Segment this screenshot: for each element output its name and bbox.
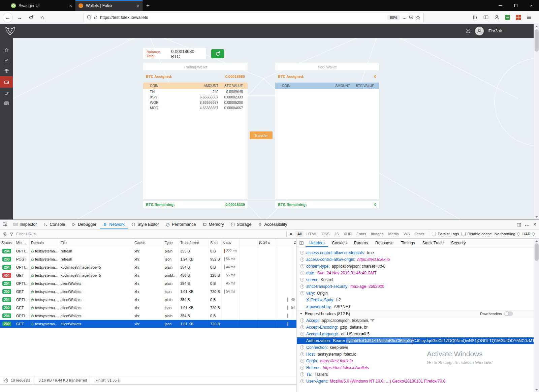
request-header-row[interactable]: ? Referer: https://test.folex.io/wallets	[297, 364, 534, 371]
window-restore-button[interactable]	[508, 0, 524, 11]
column-cause[interactable]: Cause	[133, 239, 163, 247]
response-header-row[interactable]: ? access-control-allow-credentials: true	[297, 249, 534, 256]
page-scrollbar[interactable]	[534, 24, 539, 219]
collapse-triangle-icon[interactable]	[300, 313, 303, 314]
type-filter-button[interactable]: Fonts	[354, 231, 368, 237]
refresh-balance-button[interactable]	[211, 49, 224, 58]
request-header-row[interactable]: ? Connection: keep-alive	[297, 344, 534, 351]
details-tab[interactable]: Cookies	[328, 239, 350, 247]
network-request-row[interactable]: 200 POST testsystema… refresh xhr json 1…	[0, 255, 296, 263]
disable-cache-checkbox[interactable]	[462, 232, 466, 236]
help-icon[interactable]: ?	[300, 271, 304, 275]
help-icon[interactable]: ?	[300, 366, 304, 370]
pocket-icon[interactable]	[409, 15, 413, 20]
response-header-row[interactable]: ? content-type: application/json; charse…	[297, 263, 534, 270]
help-icon[interactable]: ?	[300, 278, 304, 282]
type-filter-button[interactable]: Media	[386, 231, 401, 237]
devtools-tab-accessibility[interactable]: Accessibility	[255, 220, 290, 229]
help-icon[interactable]: ?	[300, 291, 304, 295]
url-text[interactable]: https://test.folex.io/wallets	[100, 15, 148, 20]
devtools-tab-debugger[interactable]: Debugger	[68, 220, 100, 229]
green-extension-icon[interactable]	[505, 15, 510, 20]
response-header-row[interactable]: ? date: Sun, 24 Nov 2019 01:46:40 GMT	[297, 270, 534, 276]
user-avatar[interactable]	[475, 27, 484, 35]
persist-logs-checkbox[interactable]	[432, 232, 436, 236]
column-type[interactable]: Type	[163, 239, 179, 247]
help-icon[interactable]: ?	[300, 325, 304, 329]
column-file[interactable]: File	[59, 239, 133, 247]
devtools-tab-memory[interactable]: Memory	[199, 220, 227, 229]
account-icon[interactable]	[494, 15, 499, 20]
devtools-tab-inspector[interactable]: Inspector	[10, 220, 40, 229]
help-icon[interactable]: ?	[300, 258, 304, 262]
devtools-menu-icon[interactable]: …	[525, 221, 530, 228]
response-header-row[interactable]: ? server: Kestrel	[297, 276, 534, 283]
window-close-button[interactable]: ×	[524, 0, 539, 11]
element-picker-icon[interactable]	[0, 220, 10, 229]
new-tab-button[interactable]: +	[143, 0, 153, 11]
response-header-row[interactable]: ? x-powered-by: ASP.NET	[297, 303, 534, 310]
network-request-row[interactable]: 204 OPTI… testsystema… clientWallets xhr…	[0, 312, 296, 320]
help-icon[interactable]: ?	[300, 379, 304, 383]
details-tab[interactable]: Params	[350, 239, 372, 247]
column-waterfall[interactable]: 0 ms 10.24 s 2	[222, 239, 296, 247]
url-bar[interactable]: https://test.folex.io/wallets 80% …	[84, 13, 424, 22]
sidebar-toggle-icon[interactable]	[483, 15, 488, 20]
network-request-row[interactable]: 204 OPTI… testsystema… clientWallets xhr…	[0, 296, 296, 304]
forward-button[interactable]: →	[15, 13, 24, 22]
response-header-row[interactable]: ? strict-transport-security: max-age=259…	[297, 283, 534, 290]
type-filter-button[interactable]: Other	[412, 231, 426, 237]
devtools-tab-storage[interactable]: Storage	[227, 220, 255, 229]
bookmark-star-icon[interactable]	[416, 15, 420, 20]
coin-row[interactable]: TN 240 0.0000648	[143, 89, 248, 94]
coin-row[interactable]: MOD 4.66666667 0.00004667	[143, 105, 248, 111]
throttling-select[interactable]: No throttling	[495, 232, 520, 236]
sidebar-item-wallets[interactable]	[0, 76, 13, 88]
network-request-row[interactable]: 404 GET testsystema… kycImage?imageType=…	[0, 271, 296, 279]
devtools-tab-console[interactable]: Console	[40, 220, 68, 229]
clear-requests-icon[interactable]	[3, 232, 7, 236]
shield-icon[interactable]	[87, 15, 91, 20]
coin-row[interactable]: WGR 8.66666667 0.00005200	[143, 100, 248, 105]
tab-close-icon[interactable]: ×	[137, 3, 139, 8]
pause-recording-icon[interactable]	[289, 232, 293, 236]
network-request-row[interactable]: 200 GET testsystema… clientWallets xhr j…	[0, 288, 296, 296]
red-extension-icon[interactable]	[516, 15, 521, 20]
devtools-tab-performance[interactable]: Performance	[162, 220, 199, 229]
column-domain[interactable]: Domain	[30, 239, 59, 247]
home-button[interactable]: ⌂	[38, 13, 47, 22]
disable-cache-option[interactable]: Disable cache	[462, 232, 492, 236]
devtools-tab-network[interactable]: Network	[100, 220, 128, 229]
request-header-row[interactable]: ? Origin: https://test.folex.io	[297, 358, 534, 364]
column-transferred[interactable]: Transferred	[179, 239, 209, 247]
sidebar-item-exchange[interactable]	[0, 66, 13, 76]
sidebar-item-mining[interactable]	[0, 88, 13, 98]
type-filter-button[interactable]: WS	[402, 231, 412, 237]
request-header-row[interactable]: ? Accept-Encoding: gzip, deflate, br	[297, 324, 534, 331]
column-method[interactable]: Met…	[15, 239, 30, 247]
back-button[interactable]: ←	[3, 12, 13, 23]
har-menu[interactable]: HAR	[522, 232, 536, 236]
help-icon[interactable]: ?	[300, 352, 304, 356]
help-icon[interactable]: ?	[300, 345, 304, 350]
sidebar-item-news[interactable]	[0, 98, 13, 109]
response-header-row[interactable]: ? vary: Origin	[297, 290, 534, 297]
request-headers-section[interactable]: Request headers (812 B) Raw headers	[297, 310, 534, 317]
help-icon[interactable]: ?	[300, 264, 304, 268]
devtools-close-icon[interactable]: ×	[533, 221, 536, 228]
help-icon[interactable]: ?	[300, 359, 304, 363]
details-tab[interactable]: Headers	[306, 239, 328, 247]
network-request-row[interactable]: 204 OPTI… testsystema… refresh xhr plain…	[0, 247, 296, 255]
column-status[interactable]: Status	[0, 239, 15, 247]
network-request-row[interactable]: 204 OPTI… testsystema… clientWallets xhr…	[0, 279, 296, 288]
persist-logs-option[interactable]: Persist Logs	[432, 232, 459, 236]
help-icon[interactable]: ?	[300, 332, 304, 336]
type-filter-button[interactable]: XHR	[342, 231, 354, 237]
raw-headers-toggle[interactable]	[504, 311, 513, 316]
type-filter-button[interactable]: Images	[369, 231, 386, 237]
sidebar-item-charts[interactable]	[0, 55, 13, 66]
network-request-row[interactable]: 204 OPTI… testsystema… kycImage?imageTyp…	[0, 263, 296, 271]
help-icon[interactable]: ?	[300, 319, 304, 323]
request-header-row[interactable]: ? TE: Trailers	[297, 371, 534, 378]
zoom-indicator[interactable]: 80%	[387, 15, 400, 20]
